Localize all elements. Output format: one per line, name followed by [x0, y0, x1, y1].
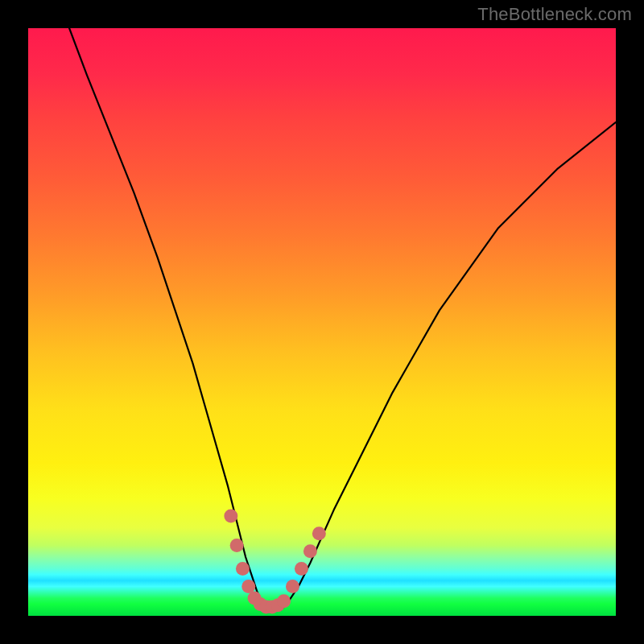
curve-layer — [28, 28, 616, 616]
optimum-marker — [312, 526, 326, 540]
optimum-marker — [230, 539, 244, 552]
optimum-marker — [242, 580, 255, 593]
chart-frame: TheBottleneck.com — [0, 0, 644, 644]
optimum-marker — [303, 544, 317, 558]
optimum-marker — [236, 562, 250, 576]
optimum-marker — [286, 580, 299, 593]
optimum-marker — [295, 562, 308, 576]
bottleneck-curve — [69, 28, 616, 610]
optimum-marker — [277, 594, 291, 608]
watermark-text: TheBottleneck.com — [477, 4, 632, 25]
optimum-marker — [224, 509, 237, 522]
plot-area — [28, 28, 616, 616]
